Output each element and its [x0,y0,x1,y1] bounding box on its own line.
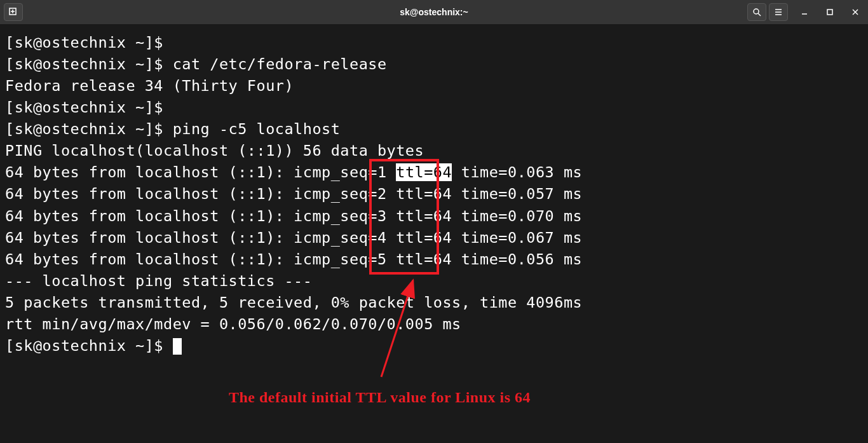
command-text: ping -c5 localhost [163,120,340,138]
terminal-line: Fedora release 34 (Thirty Four) [5,75,863,97]
prompt: [sk@ostechnix ~]$ [5,120,163,138]
terminal-content[interactable]: [sk@ostechnix ~]$ [sk@ostechnix ~]$ cat … [0,24,868,364]
annotation-label: The default initial TTL value for Linux … [229,386,531,409]
search-icon [752,8,761,17]
ping-output: time=0.063 ms [452,163,582,181]
terminal-line: [sk@ostechnix ~]$ [5,32,863,53]
window-titlebar: sk@ostechnix:~ [0,0,868,24]
terminal-line: [sk@ostechnix ~]$ [5,335,863,357]
terminal-line: [sk@ostechnix ~]$ cat /etc/fedora-releas… [5,53,863,75]
prompt: [sk@ostechnix ~]$ [5,55,163,73]
terminal-line: [sk@ostechnix ~]$ [5,97,863,118]
search-button[interactable] [747,3,766,21]
window-title: sk@ostechnix:~ [400,7,468,17]
prompt: [sk@ostechnix ~]$ [5,337,173,355]
new-tab-button[interactable] [4,3,23,21]
hamburger-icon [774,8,783,17]
ttl-highlighted: ttl=64 [396,163,452,181]
terminal-line: PING localhost(localhost (::1)) 56 data … [5,140,863,161]
terminal-line: 64 bytes from localhost (::1): icmp_seq=… [5,183,863,205]
terminal-line: rtt min/avg/max/mdev = 0.056/0.062/0.070… [5,313,863,335]
svg-rect-9 [827,10,832,15]
maximize-button[interactable] [821,3,839,21]
terminal-line: 64 bytes from localhost (::1): icmp_seq=… [5,161,863,183]
terminal-line: 64 bytes from localhost (::1): icmp_seq=… [5,249,863,270]
terminal-line: 64 bytes from localhost (::1): icmp_seq=… [5,227,863,249]
cursor-block [173,338,182,355]
svg-line-4 [758,13,761,16]
svg-point-3 [754,9,759,14]
titlebar-right-group [747,3,864,21]
ping-output: 64 bytes from localhost (::1): icmp_seq=… [5,163,396,181]
command-text: cat /etc/fedora-release [163,55,387,73]
terminal-line: [sk@ostechnix ~]$ ping -c5 localhost [5,118,863,140]
close-button[interactable] [846,3,864,21]
terminal-line: 5 packets transmitted, 5 received, 0% pa… [5,292,863,313]
minimize-button[interactable] [796,3,813,21]
terminal-line: 64 bytes from localhost (::1): icmp_seq=… [5,205,863,227]
titlebar-left-group [4,3,23,21]
minimize-icon [801,9,808,15]
terminal-line: --- localhost ping statistics --- [5,270,863,292]
new-tab-icon [8,7,18,17]
maximize-icon [827,9,833,15]
menu-button[interactable] [769,3,788,21]
close-icon [852,9,858,15]
